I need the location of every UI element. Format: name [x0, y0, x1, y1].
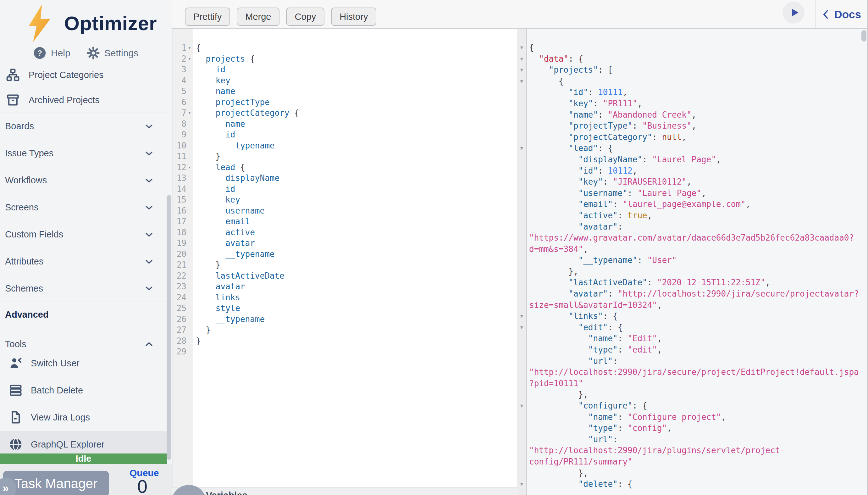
- code-line[interactable]: }: [196, 325, 515, 336]
- docs-label: Docs: [834, 8, 861, 21]
- result-line: },: [529, 468, 868, 479]
- result-line: "avatar": "http://localhost:2990/jira/se…: [529, 288, 868, 300]
- gutter-row: 1▾: [173, 42, 193, 53]
- file-icon: [9, 410, 23, 424]
- result-line: "http://localhost:2990/jira/secure/proje…: [529, 367, 868, 378]
- fold-arrow-icon[interactable]: ▼: [517, 479, 526, 490]
- gutter-row: 28: [173, 336, 193, 346]
- sidebar-sections: BoardsIssue TypesWorkflowsScreensCustom …: [0, 113, 167, 302]
- settings-button[interactable]: Settings: [87, 47, 138, 59]
- code-line[interactable]: __typename: [196, 249, 515, 260]
- code-line[interactable]: __typename: [196, 314, 515, 325]
- fold-spacer: [517, 445, 526, 456]
- fold-arrow-icon[interactable]: ▾: [187, 107, 193, 119]
- merge-button[interactable]: Merge: [237, 7, 279, 26]
- result-line: "type": "config",: [529, 423, 868, 434]
- fold-arrow-icon[interactable]: ▼: [517, 311, 526, 322]
- code-line[interactable]: key: [196, 194, 515, 205]
- code-line[interactable]: id: [196, 64, 515, 75]
- code-line[interactable]: active: [196, 227, 515, 238]
- code-line[interactable]: lastActiveDate: [196, 271, 515, 281]
- fold-arrow-icon[interactable]: ▼: [517, 143, 526, 154]
- sidebar-section-boards[interactable]: Boards: [0, 113, 167, 140]
- sidebar-section-schemes[interactable]: Schemes: [0, 275, 167, 302]
- section-label: Custom Fields: [5, 229, 63, 240]
- docs-toggle[interactable]: Docs: [822, 8, 861, 21]
- code-line[interactable]: username: [196, 205, 515, 216]
- line-number: 14: [173, 184, 187, 195]
- gutter-row: 19: [173, 238, 193, 249]
- results-scrollbar[interactable]: [862, 30, 866, 41]
- code-line[interactable]: links: [196, 292, 515, 303]
- fold-arrow-icon[interactable]: ▾: [187, 162, 193, 173]
- fold-arrow-icon[interactable]: ▼: [517, 65, 526, 76]
- sidebar-item-view-jira-logs[interactable]: View Jira Logs: [0, 404, 172, 431]
- code-line[interactable]: __typename: [196, 140, 515, 151]
- code-line[interactable]: id: [196, 129, 515, 140]
- task-manager-button[interactable]: Task Manager: [3, 471, 109, 495]
- globe-icon: [9, 438, 23, 451]
- chevron-down-icon: [144, 230, 154, 239]
- copy-button[interactable]: Copy: [286, 7, 325, 26]
- result-line: "https://www.gravatar.com/avatar/daace66…: [529, 233, 868, 244]
- code-line[interactable]: }: [196, 151, 515, 162]
- line-number: 21: [173, 259, 187, 271]
- query-variables-bar[interactable]: Query Variables: [172, 487, 517, 495]
- gutter-row: 17: [173, 216, 193, 227]
- sidebar-scrollbar[interactable]: [167, 195, 171, 460]
- code-line[interactable]: name: [196, 86, 515, 97]
- sidebar-section-attributes[interactable]: Attributes: [0, 248, 167, 275]
- code-line[interactable]: }: [196, 259, 515, 271]
- result-line: "url":: [529, 434, 868, 445]
- gutter-row: 24: [173, 292, 193, 303]
- fold-arrow-icon[interactable]: ▼: [517, 322, 526, 334]
- fold-arrow-icon[interactable]: ▼: [517, 76, 526, 87]
- fold-spacer: [517, 120, 526, 132]
- user-switch-icon: [9, 356, 23, 370]
- gutter-row: 3: [173, 64, 193, 75]
- fold-arrow-icon[interactable]: ▼: [517, 400, 526, 412]
- code-line[interactable]: id: [196, 184, 515, 195]
- sidebar-section-custom-fields[interactable]: Custom Fields: [0, 221, 167, 248]
- archive-icon: [6, 93, 20, 107]
- gutter-row: 16: [173, 205, 193, 216]
- fold-spacer: [517, 199, 526, 210]
- execute-query-button[interactable]: [782, 2, 804, 23]
- fold-arrow-icon[interactable]: ▾: [187, 42, 193, 53]
- fold-arrow-icon[interactable]: ▼: [517, 53, 526, 65]
- code-line[interactable]: {: [196, 42, 515, 53]
- prettify-button[interactable]: Prettify: [185, 7, 230, 26]
- code-line[interactable]: key: [196, 75, 515, 86]
- query-editor[interactable]: { projects { id key name projectType pro…: [193, 29, 517, 495]
- code-line[interactable]: name: [196, 119, 515, 130]
- sidebar-item-project-categories[interactable]: Project Categories: [0, 62, 167, 87]
- fold-arrow-icon[interactable]: ▾: [187, 53, 193, 65]
- fold-arrow-icon[interactable]: ▼: [517, 42, 526, 53]
- sidebar-section-screens[interactable]: Screens: [0, 194, 167, 221]
- sidebar-tool-items: Switch UserBatch DeleteView Jira LogsGra…: [0, 350, 172, 458]
- code-line[interactable]: [196, 346, 515, 357]
- help-button[interactable]: ? Help: [33, 47, 70, 59]
- sidebar-section-workflows[interactable]: Workflows: [0, 167, 167, 194]
- code-line[interactable]: lead {: [196, 162, 515, 173]
- code-line[interactable]: displayName: [196, 173, 515, 184]
- code-line[interactable]: }: [196, 336, 515, 346]
- result-line: {: [529, 42, 868, 53]
- section-label: Workflows: [5, 175, 47, 186]
- sidebar-item-archived-projects[interactable]: Archived Projects: [0, 87, 167, 113]
- code-line[interactable]: projectType: [196, 97, 515, 108]
- chevron-down-icon: [144, 122, 154, 131]
- code-line[interactable]: projectCategory {: [196, 107, 515, 119]
- code-line[interactable]: email: [196, 216, 515, 227]
- code-line[interactable]: avatar: [196, 281, 515, 292]
- sidebar-item-switch-user[interactable]: Switch User: [0, 350, 172, 377]
- sidebar-section-issue-types[interactable]: Issue Types: [0, 140, 167, 167]
- line-number: 4: [173, 75, 187, 86]
- sidebar-item-label: Project Categories: [29, 70, 104, 80]
- code-line[interactable]: projects {: [196, 53, 515, 65]
- sidebar-item-batch-delete[interactable]: Batch Delete: [0, 377, 172, 404]
- history-button[interactable]: History: [331, 7, 376, 26]
- result-line: "email": "laurel_page@example.com",: [529, 199, 868, 210]
- code-line[interactable]: style: [196, 303, 515, 314]
- code-line[interactable]: avatar: [196, 238, 515, 249]
